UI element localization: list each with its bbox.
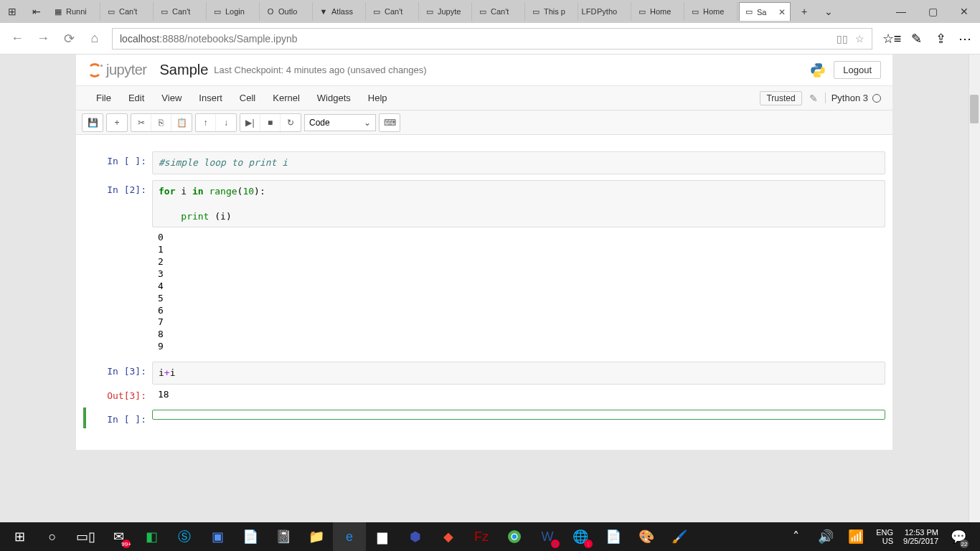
- cut-icon[interactable]: ✂: [131, 114, 151, 131]
- browser-tab[interactable]: ▭Home: [633, 2, 684, 21]
- vertical-scrollbar[interactable]: [969, 55, 980, 522]
- code-input[interactable]: for i in range(10): print (i): [152, 180, 885, 228]
- restart-icon[interactable]: ↻: [281, 114, 301, 131]
- notebook-cell[interactable]: In [2]:for i in range(10): print (i)0 1 …: [83, 178, 885, 360]
- stop-icon[interactable]: ■: [260, 114, 281, 131]
- app-3d-icon[interactable]: ⬢: [399, 522, 432, 551]
- menu-view[interactable]: View: [153, 90, 190, 106]
- menu-widgets[interactable]: Widgets: [308, 90, 359, 106]
- browser-tab[interactable]: ▭Login: [208, 2, 260, 21]
- sticky-notes-icon[interactable]: 📓: [267, 522, 300, 551]
- browser-tab[interactable]: ▼Atlass: [314, 2, 366, 21]
- home-button[interactable]: ⌂: [82, 26, 108, 52]
- task-view2-icon[interactable]: ⇤: [24, 0, 49, 23]
- add-cell-icon[interactable]: +: [107, 114, 127, 131]
- move-up-icon[interactable]: ↑: [196, 114, 216, 131]
- kernel-indicator[interactable]: Python 3: [825, 93, 881, 103]
- notepadpp-icon[interactable]: 📄: [234, 522, 267, 551]
- cortana-icon[interactable]: ○: [36, 522, 69, 551]
- language-indicator[interactable]: ENG US: [872, 528, 897, 545]
- volume-icon[interactable]: 🔊: [811, 522, 840, 551]
- browser-tab[interactable]: ▦Runni: [49, 2, 100, 21]
- menu-edit[interactable]: Edit: [120, 90, 153, 106]
- notebook-title[interactable]: Sample: [160, 62, 209, 78]
- cell-type-select[interactable]: Code: [304, 114, 376, 131]
- mail-app-icon[interactable]: ✉99+: [102, 522, 135, 551]
- menu-kernel[interactable]: Kernel: [264, 90, 308, 106]
- app-doc-icon[interactable]: 📄: [597, 522, 630, 551]
- new-tab-button[interactable]: +: [792, 0, 816, 23]
- share-icon[interactable]: ⇪: [930, 28, 951, 50]
- browser-tab[interactable]: ▭Can't: [473, 2, 525, 21]
- git-icon[interactable]: ◆: [432, 522, 465, 551]
- palette-icon[interactable]: 🖌️: [663, 522, 696, 551]
- word-icon[interactable]: W1: [531, 522, 564, 551]
- task-view-icon[interactable]: ⊞: [0, 0, 24, 23]
- edit-pencil-icon[interactable]: ✎: [809, 93, 818, 104]
- edge-icon[interactable]: e: [333, 522, 366, 551]
- close-window-button[interactable]: ✕: [948, 0, 980, 23]
- back-button[interactable]: ←: [4, 26, 30, 52]
- reading-view-icon[interactable]: ▯▯: [837, 33, 848, 44]
- network-icon[interactable]: 📶: [842, 522, 870, 551]
- tray-expand-icon[interactable]: ˄: [781, 522, 810, 551]
- browser-tab[interactable]: ▭Can't: [102, 2, 154, 21]
- chrome-icon[interactable]: [498, 522, 531, 551]
- address-input[interactable]: localhost:8888/notebooks/Sample.ipynb ▯▯…: [112, 28, 872, 50]
- favorite-icon[interactable]: ☆: [855, 33, 864, 44]
- file-explorer-icon[interactable]: 📁: [300, 522, 333, 551]
- minimize-button[interactable]: —: [885, 0, 917, 23]
- maximize-button[interactable]: ▢: [917, 0, 948, 23]
- browser-tab[interactable]: ▭Can't: [155, 2, 207, 21]
- menu-help[interactable]: Help: [359, 90, 396, 106]
- menu-insert[interactable]: Insert: [190, 90, 231, 106]
- clock[interactable]: 12:53 PM 9/25/2017: [899, 528, 943, 545]
- address-host: localhost: [120, 33, 159, 44]
- app-icon[interactable]: ◧: [135, 522, 168, 551]
- paint-icon[interactable]: 🎨: [630, 522, 663, 551]
- browser-tab[interactable]: LFDPytho: [580, 2, 631, 21]
- menu-file[interactable]: File: [88, 90, 120, 106]
- code-input[interactable]: [152, 410, 885, 420]
- tab-favicon: LFD: [584, 6, 594, 17]
- command-palette-icon[interactable]: ⌨: [380, 114, 400, 131]
- cmd-icon[interactable]: ▆: [366, 522, 399, 551]
- jupyter-logo[interactable]: jupyter: [88, 62, 147, 78]
- browser-tab[interactable]: ▭Can't: [367, 2, 419, 21]
- run-icon[interactable]: ▶|: [240, 114, 260, 131]
- tab-close-icon[interactable]: ✕: [778, 7, 786, 17]
- trusted-badge[interactable]: Trusted: [760, 91, 801, 105]
- notes-icon[interactable]: ✎: [905, 28, 927, 50]
- powershell-icon[interactable]: ▣: [201, 522, 234, 551]
- browser-tab[interactable]: ▭This p: [527, 2, 578, 21]
- scroll-thumb[interactable]: [970, 95, 979, 123]
- notebook-cell[interactable]: In [ ]:#simple loop to print i: [83, 149, 885, 178]
- browser-tab[interactable]: OOutlo: [261, 2, 313, 21]
- browser-tab[interactable]: ▭Jupyte: [420, 2, 472, 21]
- browser-tab[interactable]: ▭Home: [686, 2, 738, 21]
- copy-icon[interactable]: ⎘: [151, 114, 171, 131]
- start-button[interactable]: ⊞: [3, 522, 36, 551]
- more-icon[interactable]: ⋯: [954, 28, 976, 50]
- paste-icon[interactable]: 📋: [171, 114, 192, 131]
- notebook-cell[interactable]: In [3]:i+iOut[3]:18: [83, 359, 885, 407]
- tab-dropdown-icon[interactable]: ⌄: [816, 0, 841, 23]
- code-input[interactable]: i+i: [152, 362, 885, 385]
- forward-button[interactable]: →: [30, 26, 56, 52]
- notebook-cell[interactable]: In [ ]:: [83, 408, 885, 428]
- task-view-icon[interactable]: ▭▯: [69, 522, 102, 551]
- world-icon[interactable]: 🌐1: [564, 522, 597, 551]
- move-down-icon[interactable]: ↓: [216, 114, 236, 131]
- save-icon[interactable]: 💾: [83, 114, 103, 131]
- favorites-hub-icon[interactable]: ☆≡: [881, 28, 903, 50]
- cell-output-value: 18: [152, 386, 885, 404]
- tab-label: Jupyte: [438, 7, 461, 16]
- logout-button[interactable]: Logout: [834, 61, 881, 79]
- menu-cell[interactable]: Cell: [231, 90, 264, 106]
- filezilla-icon[interactable]: Fz: [465, 522, 498, 551]
- browser-tab[interactable]: ▭Sa✕: [739, 2, 791, 21]
- skype-icon[interactable]: Ⓢ: [168, 522, 201, 551]
- code-input[interactable]: #simple loop to print i: [152, 151, 885, 174]
- action-center-icon[interactable]: 💬22: [944, 522, 973, 551]
- refresh-button[interactable]: ⟳: [56, 26, 82, 52]
